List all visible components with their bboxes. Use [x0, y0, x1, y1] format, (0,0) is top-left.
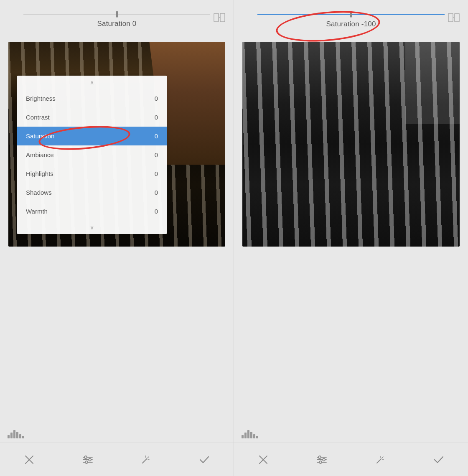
hbar-1 [8, 435, 10, 438]
rhbar-6 [256, 436, 258, 438]
brightness-label: Brightness [26, 95, 56, 102]
left-bottom-toolbar [0, 443, 234, 476]
shadows-label: Shadows [26, 189, 52, 196]
left-histogram [8, 428, 24, 438]
svg-rect-1 [220, 13, 225, 22]
left-slider-label: Saturation 0 [97, 20, 136, 28]
saturation-label: Saturation [26, 132, 54, 140]
svg-point-26 [323, 458, 325, 461]
svg-line-28 [377, 459, 381, 463]
right-histogram [242, 428, 258, 438]
right-slider-label: Saturation -100 [326, 20, 376, 28]
svg-point-10 [85, 461, 88, 463]
svg-rect-0 [214, 13, 219, 22]
hbar-6 [22, 436, 24, 438]
left-image-area: ∧ Brightness 0 Contrast 0 Saturation 0 [0, 38, 234, 443]
settings-item-highlights[interactable]: Highlights 0 [17, 164, 167, 183]
left-compare-icon[interactable] [214, 13, 225, 25]
brightness-value: 0 [155, 95, 158, 102]
shadows-value: 0 [155, 189, 158, 196]
rhbar-1 [242, 435, 244, 438]
rhbar-2 [244, 433, 247, 438]
right-image-area [234, 38, 468, 443]
svg-line-30 [382, 457, 383, 458]
rhbar-3 [247, 430, 249, 438]
right-sliders-button[interactable] [313, 451, 331, 469]
settings-item-saturation-wrapper: Saturation 0 [17, 127, 167, 145]
settings-item-warmth[interactable]: Warmth 0 [17, 202, 167, 221]
rhbar-5 [253, 434, 255, 438]
right-photo-bw [242, 42, 460, 247]
hbar-3 [13, 430, 15, 438]
contrast-label: Contrast [26, 114, 50, 121]
right-photo [242, 42, 460, 247]
svg-rect-18 [455, 13, 459, 22]
settings-item-shadows[interactable]: Shadows 0 [17, 183, 167, 202]
left-magic-button[interactable] [137, 451, 155, 469]
warmth-value: 0 [155, 208, 158, 215]
right-slider-thumb[interactable] [350, 11, 352, 18]
svg-line-13 [148, 457, 149, 458]
scroll-down-indicator[interactable]: ∨ [17, 221, 167, 234]
left-slider-area[interactable]: Saturation 0 [0, 0, 234, 38]
right-slider-track[interactable] [257, 14, 445, 15]
rhbar-4 [250, 432, 252, 438]
ambiance-label: Ambiance [26, 151, 54, 158]
ambiance-value: 0 [155, 151, 158, 158]
left-slider-track[interactable] [23, 14, 210, 15]
settings-item-saturation[interactable]: Saturation 0 [17, 127, 167, 145]
hbar-5 [19, 434, 21, 438]
right-magic-button[interactable] [371, 451, 389, 469]
left-panel: Saturation 0 ∧ Brightness 0 [0, 0, 234, 476]
right-bottom-toolbar [234, 443, 468, 476]
left-histogram-bars [8, 428, 24, 438]
left-sliders-button[interactable] [79, 451, 97, 469]
right-compare-icon[interactable] [448, 13, 460, 25]
contrast-value: 0 [155, 114, 158, 121]
right-panel: Saturation -100 [234, 0, 468, 476]
highlights-label: Highlights [26, 170, 53, 177]
hbar-4 [16, 432, 18, 438]
saturation-value: 0 [155, 132, 158, 140]
left-photo: ∧ Brightness 0 Contrast 0 Saturation 0 [8, 42, 225, 247]
settings-item-ambiance[interactable]: Ambiance 0 [17, 145, 167, 164]
svg-point-27 [319, 461, 322, 463]
settings-item-contrast[interactable]: Contrast 0 [17, 108, 167, 127]
warmth-label: Warmth [26, 208, 48, 215]
highlights-value: 0 [155, 170, 158, 177]
scroll-up-indicator[interactable]: ∧ [17, 76, 167, 89]
settings-panel[interactable]: ∧ Brightness 0 Contrast 0 Saturation 0 [17, 76, 167, 234]
svg-point-8 [84, 456, 87, 458]
hbar-2 [10, 433, 13, 438]
left-confirm-button[interactable] [195, 451, 214, 469]
right-confirm-button[interactable] [430, 451, 448, 469]
svg-point-9 [89, 458, 91, 461]
svg-point-25 [318, 456, 321, 458]
svg-line-11 [142, 459, 147, 463]
right-cancel-button[interactable] [254, 451, 272, 469]
settings-item-brightness[interactable]: Brightness 0 [17, 89, 167, 108]
svg-rect-17 [448, 13, 453, 22]
left-slider-thumb[interactable] [116, 11, 118, 18]
left-cancel-button[interactable] [20, 451, 38, 469]
right-slider-area[interactable]: Saturation -100 [234, 0, 468, 38]
right-histogram-bars [242, 428, 258, 438]
